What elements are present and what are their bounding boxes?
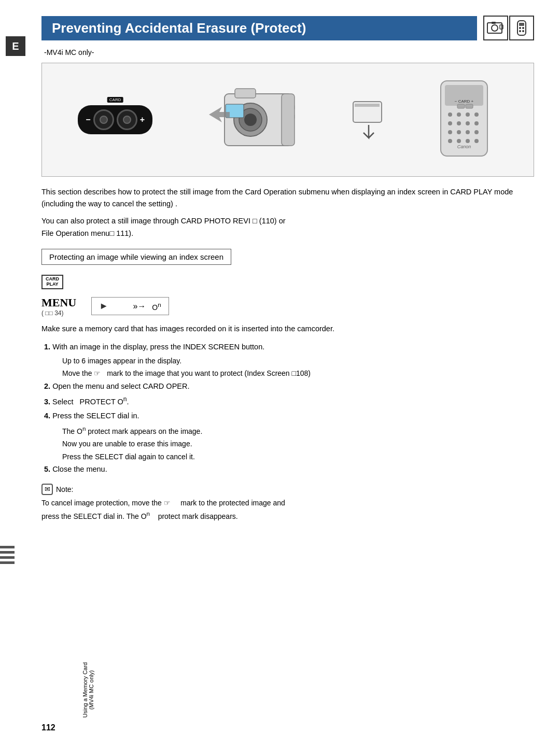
arrow2: »→ [133, 302, 146, 311]
step-4-sub3: Press the SELECT dial again to cancel it… [41, 451, 534, 462]
sidebar-e-badge: E [6, 36, 25, 56]
svg-rect-42 [466, 104, 473, 108]
remote-control-illustration: − CARD + Canon [430, 76, 498, 164]
step-2: 2. Open the menu and select CARD OPER. [41, 380, 534, 392]
svg-point-29 [457, 121, 461, 125]
svg-rect-21 [355, 104, 380, 107]
svg-point-7 [522, 27, 524, 29]
left-dial [93, 109, 114, 130]
step-4-sub2: Now you are unable to erase this image. [41, 438, 534, 449]
menu-label: MENU [41, 296, 76, 309]
step-4: 4. Press the SELECT dial in. [41, 410, 534, 422]
btn-group: CARD − + [78, 105, 152, 134]
svg-point-8 [519, 30, 521, 32]
svg-point-6 [519, 27, 521, 29]
svg-point-32 [448, 130, 452, 134]
svg-point-1 [492, 25, 498, 31]
left-sidebar: E Using a Memory Card (MV4i MC only) [0, 0, 31, 748]
svg-rect-5 [519, 23, 524, 26]
control-buttons: CARD − + [78, 105, 152, 134]
svg-point-36 [448, 139, 452, 143]
note-text: To cancel image protection, move the ☞ m… [41, 497, 534, 521]
card-play-area: CARD PLAY [41, 273, 534, 292]
step-3: 3. Select PROTECT On. [41, 394, 534, 408]
header-icons [482, 16, 534, 40]
svg-point-25 [457, 112, 461, 117]
svg-point-26 [466, 112, 470, 117]
sidebar-lines [0, 546, 16, 567]
arrow1: ► [99, 301, 108, 312]
svg-text:Canon: Canon [457, 144, 471, 149]
card-label: CARD [107, 97, 123, 103]
note-label: ✉ Note: [41, 484, 534, 495]
subheading-box: Protecting an image while viewing an ind… [41, 249, 231, 265]
svg-text:− CARD +: − CARD + [454, 99, 473, 104]
svg-point-28 [448, 121, 452, 125]
menu-item1 [115, 302, 127, 311]
svg-rect-14 [235, 89, 256, 98]
step-4-sub1: The On protect mark appears on the image… [41, 424, 534, 437]
step-1-sub2: Move the ☞ mark to the image that you wa… [41, 368, 534, 379]
right-dial [117, 109, 137, 130]
step-1: 1. With an image in the display, press t… [41, 341, 534, 353]
svg-point-39 [474, 139, 479, 143]
header-section: Preventing Accidental Erasure (Protect) [41, 16, 534, 40]
card-play-badge: CARD PLAY [41, 275, 63, 289]
card-slot-illustration [348, 94, 389, 146]
sidebar-rotated-text: Using a Memory Card (MV4i MC only) [82, 638, 94, 742]
svg-rect-41 [457, 104, 465, 108]
camera-icon [483, 16, 508, 40]
svg-point-37 [457, 139, 461, 143]
page-number: 112 [41, 723, 55, 732]
svg-point-24 [448, 112, 452, 117]
svg-point-33 [457, 130, 461, 134]
svg-point-9 [522, 30, 524, 32]
svg-rect-17 [282, 94, 295, 146]
menu-ref: ( □□ 34) [41, 309, 64, 317]
svg-point-31 [474, 121, 479, 125]
step-intro: Make sure a memory card that has images … [41, 323, 534, 335]
remote-icon [509, 16, 534, 40]
svg-rect-2 [492, 22, 496, 24]
svg-point-34 [466, 130, 470, 134]
svg-point-35 [474, 130, 479, 134]
menu-flow: ► »→ On [91, 297, 169, 315]
step-5: 5. Close the menu. [41, 463, 534, 475]
note-icon: ✉ [41, 484, 53, 495]
mv4i-note: -MV4i MC only- [41, 48, 534, 57]
svg-point-30 [466, 121, 470, 125]
menu-item2: On [152, 301, 161, 312]
step-1-sub1: Up to 6 images appear in the display. [41, 355, 534, 366]
camera-body-illustration [193, 78, 307, 161]
page-title: Preventing Accidental Erasure (Protect) [41, 16, 477, 40]
menu-section: MENU ( □□ 34) ► »→ On [41, 296, 534, 317]
svg-point-38 [466, 139, 470, 143]
camera-image-box: CARD − + [41, 63, 534, 177]
description-para1: This section describes how to protect th… [41, 186, 534, 210]
main-content: Preventing Accidental Erasure (Protect) [31, 0, 560, 748]
svg-point-13 [244, 114, 257, 126]
note-section: ✉ Note: To cancel image protection, move… [41, 484, 534, 522]
svg-point-27 [474, 112, 479, 117]
description-para2: You can also protect a still image throu… [41, 215, 534, 239]
